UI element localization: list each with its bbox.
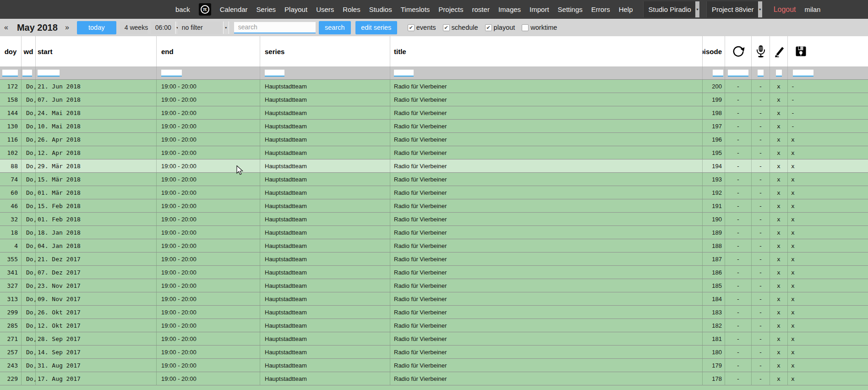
unchecked-checkbox-icon[interactable] xyxy=(522,24,529,31)
table-row[interactable]: 257 Do, 14. Sep 2017 19:00 - 20:00 Haupt… xyxy=(0,346,868,359)
today-button[interactable]: today xyxy=(77,21,116,34)
table-row[interactable]: 327 Do, 23. Nov 2017 19:00 - 20:00 Haupt… xyxy=(0,279,868,292)
cell-weekday: Do, xyxy=(22,146,36,159)
cell-episode: 184 xyxy=(703,292,725,305)
checked-checkbox-icon[interactable]: ✔ xyxy=(485,24,492,31)
table-row[interactable]: 355 Do, 21. Dez 2017 19:00 - 20:00 Haupt… xyxy=(0,253,868,266)
cell-recording-flag: - xyxy=(752,213,770,225)
cell-weekday: Do, xyxy=(22,226,36,239)
table-row[interactable]: 285 Do, 12. Okt 2017 19:00 - 20:00 Haupt… xyxy=(0,319,868,332)
table-row[interactable]: 243 Do, 31. Aug 2017 19:00 - 20:00 Haupt… xyxy=(0,359,868,372)
filter-input-recording[interactable] xyxy=(758,70,764,77)
nav-item-users[interactable]: Users xyxy=(316,5,334,13)
prev-period-button[interactable]: « xyxy=(2,23,10,32)
nav-item-help[interactable]: Help xyxy=(619,5,633,13)
cell-title: Radio für Vierbeiner xyxy=(390,186,703,199)
cell-saved-flag: x xyxy=(788,292,868,305)
filter-select[interactable]: no filter ▼ xyxy=(178,22,229,34)
cell-doy: 116 xyxy=(0,133,22,146)
cell-episode: 180 xyxy=(703,346,725,358)
table-row-partial[interactable] xyxy=(0,385,868,390)
project-select-scroll[interactable]: ▼ xyxy=(758,1,762,17)
cell-episode: 198 xyxy=(703,106,725,119)
filter-input-start[interactable] xyxy=(38,70,60,77)
cell-start: 24. Mai 2018 xyxy=(36,106,157,119)
filter-input-wd[interactable] xyxy=(22,70,32,77)
current-month-label: May 2018 xyxy=(17,22,58,33)
filter-input-doy[interactable] xyxy=(2,70,18,77)
cell-title: Radio für Vierbeiner xyxy=(390,319,703,332)
checked-checkbox-icon[interactable]: ✔ xyxy=(443,24,450,31)
table-row[interactable]: 313 Do, 09. Nov 2017 19:00 - 20:00 Haupt… xyxy=(0,292,868,306)
cell-start: 14. Sep 2017 xyxy=(36,346,157,358)
table-row[interactable]: 130 Do, 10. Mai 2018 19:00 - 20:00 Haupt… xyxy=(0,120,868,133)
filter-input-end[interactable] xyxy=(161,70,182,77)
table-row[interactable]: 60 Do, 01. Mär 2018 19:00 - 20:00 Haupts… xyxy=(0,186,868,199)
filter-input-saved[interactable] xyxy=(793,70,813,77)
nav-item-roles[interactable]: Roles xyxy=(343,5,360,13)
cell-recording-flag: - xyxy=(752,106,770,119)
start-time-select[interactable]: 06:00 ▼ xyxy=(151,22,174,34)
cell-series: Hauptstadtteam xyxy=(260,266,390,279)
studio-select[interactable]: Studio Piradio ▼ xyxy=(643,1,699,17)
table-row[interactable]: 102 Do, 12. Apr 2018 19:00 - 20:00 Haupt… xyxy=(0,146,868,159)
cell-episode: 183 xyxy=(703,306,725,319)
nav-item-roster[interactable]: roster xyxy=(472,5,490,13)
nav-item-calendar[interactable]: Calendar xyxy=(220,5,248,13)
nav-item-series[interactable]: Series xyxy=(257,5,276,13)
table-row[interactable]: 144 Do, 24. Mai 2018 19:00 - 20:00 Haupt… xyxy=(0,106,868,120)
range-select[interactable]: 4 weeks ▼ xyxy=(120,22,147,34)
filter-select-arrow[interactable]: ▼ xyxy=(223,22,229,34)
column-header-start: start xyxy=(36,36,157,66)
cell-series: Hauptstadtteam xyxy=(260,93,390,106)
next-period-button[interactable]: » xyxy=(63,23,71,32)
nav-item-timeslots[interactable]: Timeslots xyxy=(401,5,430,13)
table-row[interactable]: 116 Do, 26. Apr 2018 19:00 - 20:00 Haupt… xyxy=(0,133,868,146)
back-link[interactable]: back xyxy=(175,5,190,13)
table-row[interactable]: 158 Do, 07. Jun 2018 19:00 - 20:00 Haupt… xyxy=(0,93,868,106)
cell-end: 19:00 - 20:00 xyxy=(157,159,260,172)
nav-item-studios[interactable]: Studios xyxy=(369,5,392,13)
studio-select-scroll[interactable]: ▼ xyxy=(695,1,699,17)
filter-input-episode[interactable] xyxy=(713,70,723,77)
logout-link[interactable]: Logout xyxy=(774,5,796,14)
search-input[interactable] xyxy=(234,22,316,33)
nav-item-errors[interactable]: Errors xyxy=(591,5,610,13)
nav-item-playout[interactable]: Playout xyxy=(284,5,307,13)
cell-series: Hauptstadtteam xyxy=(260,146,390,159)
filter-input-title[interactable] xyxy=(394,70,414,77)
cell-episode: 185 xyxy=(703,279,725,292)
table-row[interactable]: 172 Do, 21. Jun 2018 19:00 - 20:00 Haupt… xyxy=(0,80,868,93)
checkbox-events[interactable]: ✔events xyxy=(408,24,436,31)
project-select[interactable]: Project 88vier ▼ xyxy=(706,1,762,17)
nav-item-settings[interactable]: Settings xyxy=(558,5,583,13)
table-row[interactable]: 271 Do, 28. Sep 2017 19:00 - 20:00 Haupt… xyxy=(0,332,868,346)
table-row[interactable]: 341 Do, 07. Dez 2017 19:00 - 20:00 Haupt… xyxy=(0,266,868,279)
table-row[interactable]: 32 Do, 01. Feb 2018 19:00 - 20:00 Haupts… xyxy=(0,213,868,226)
table-row[interactable]: 299 Do, 26. Okt 2017 19:00 - 20:00 Haupt… xyxy=(0,306,868,319)
nav-item-projects[interactable]: Projects xyxy=(438,5,463,13)
checkbox-label: worktime xyxy=(530,24,557,31)
nav-item-images[interactable]: Images xyxy=(498,5,521,13)
checked-checkbox-icon[interactable]: ✔ xyxy=(408,24,415,31)
table-row[interactable]: 74 Do, 15. Mär 2018 19:00 - 20:00 Haupts… xyxy=(0,173,868,186)
checkbox-playout[interactable]: ✔playout xyxy=(485,24,515,31)
table-row[interactable]: 229 Do, 17. Aug 2017 19:00 - 20:00 Haupt… xyxy=(0,372,868,385)
table-row[interactable]: 46 Do, 15. Feb 2018 19:00 - 20:00 Haupts… xyxy=(0,199,868,213)
cell-repeat-flag: - xyxy=(725,332,752,345)
table-row[interactable]: 88 Do, 29. Mär 2018 19:00 - 20:00 Haupts… xyxy=(0,159,868,173)
checkbox-worktime[interactable]: worktime xyxy=(522,24,557,31)
filter-input-series[interactable] xyxy=(265,70,284,77)
nav-item-import[interactable]: Import xyxy=(530,5,549,13)
search-button[interactable]: search xyxy=(319,21,351,34)
cell-recording-flag: - xyxy=(752,239,770,252)
table-row[interactable]: 18 Do, 18. Jan 2018 19:00 - 20:00 Haupts… xyxy=(0,226,868,239)
filter-input-repeat[interactable] xyxy=(728,70,748,77)
checkbox-schedule[interactable]: ✔schedule xyxy=(443,24,478,31)
cell-doy: 355 xyxy=(0,253,22,265)
cell-edited-flag: x xyxy=(770,332,788,345)
filter-input-edited[interactable] xyxy=(776,70,782,77)
cell-repeat-flag: - xyxy=(725,239,752,252)
table-row[interactable]: 4 Do, 04. Jan 2018 19:00 - 20:00 Hauptst… xyxy=(0,239,868,253)
edit-series-button[interactable]: edit series xyxy=(355,21,397,34)
